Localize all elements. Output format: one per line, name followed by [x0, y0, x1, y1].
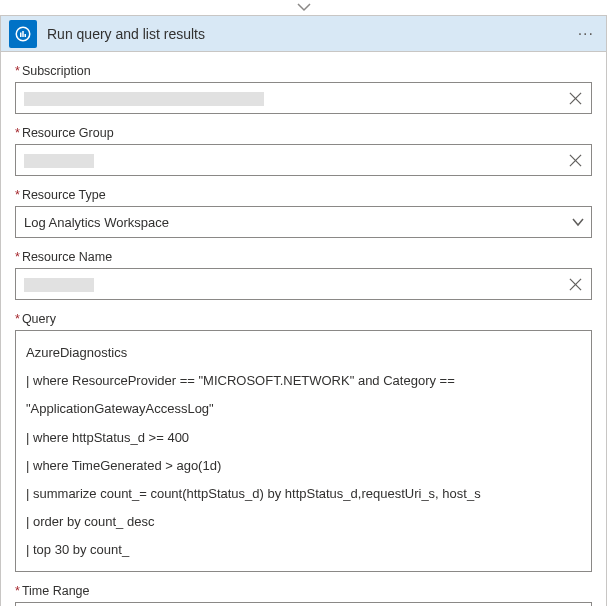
clear-icon[interactable] [565, 88, 585, 108]
svg-rect-1 [20, 32, 22, 37]
subscription-field: *Subscription [15, 64, 592, 114]
card-title: Run query and list results [37, 26, 574, 42]
card-header[interactable]: Run query and list results ··· [1, 16, 606, 52]
monitor-logs-icon [9, 20, 37, 48]
query-editor[interactable]: AzureDiagnostics| where ResourceProvider… [15, 330, 592, 572]
query-line: | where TimeGenerated > ago(1d) [26, 452, 581, 480]
query-line: | where ResourceProvider == "MICROSOFT.N… [26, 367, 581, 395]
resource-name-input[interactable] [15, 268, 592, 300]
resource-group-field: *Resource Group [15, 126, 592, 176]
resource-type-dropdown[interactable]: Log Analytics Workspace [15, 206, 592, 238]
resource-group-input[interactable] [15, 144, 592, 176]
subscription-label: *Subscription [15, 64, 592, 78]
query-field: *Query AzureDiagnostics| where ResourceP… [15, 312, 592, 572]
svg-rect-3 [25, 34, 27, 37]
query-line: | order by count_ desc [26, 508, 581, 536]
resource-type-value: Log Analytics Workspace [24, 215, 571, 230]
time-range-label: *Time Range [15, 584, 592, 598]
card-body: *Subscription *Resource Group *Resource … [1, 52, 606, 606]
query-line: | top 30 by count_ [26, 536, 581, 564]
resource-group-label: *Resource Group [15, 126, 592, 140]
time-range-field: *Time Range Set in query [15, 584, 592, 607]
chevron-down-icon [571, 215, 585, 229]
subscription-input[interactable] [15, 82, 592, 114]
query-line: | where httpStatus_d >= 400 [26, 424, 581, 452]
card-menu-button[interactable]: ··· [574, 25, 598, 43]
query-line: | summarize count_= count(httpStatus_d) … [26, 480, 581, 508]
svg-rect-2 [22, 31, 24, 37]
resource-name-label: *Resource Name [15, 250, 592, 264]
action-card: Run query and list results ··· *Subscrip… [0, 15, 607, 606]
time-range-dropdown[interactable]: Set in query [15, 602, 592, 607]
clear-icon[interactable] [565, 274, 585, 294]
query-label: *Query [15, 312, 592, 326]
clear-icon[interactable] [565, 150, 585, 170]
resource-type-field: *Resource Type Log Analytics Workspace [15, 188, 592, 238]
query-line: "ApplicationGatewayAccessLog" [26, 395, 581, 423]
resource-type-label: *Resource Type [15, 188, 592, 202]
query-line: AzureDiagnostics [26, 339, 581, 367]
connector-arrow [0, 0, 607, 15]
resource-group-value-redacted [24, 154, 94, 168]
resource-name-value-redacted [24, 278, 94, 292]
resource-name-field: *Resource Name [15, 250, 592, 300]
subscription-value-redacted [24, 92, 264, 106]
